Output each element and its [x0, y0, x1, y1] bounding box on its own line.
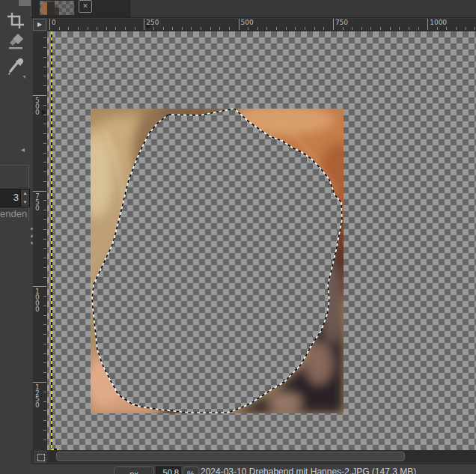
hruler-minor-tick [276, 27, 277, 31]
zoom-entry[interactable]: 50,8 [156, 467, 181, 474]
image-tab[interactable]: ✕ [31, 0, 130, 18]
hruler-minor-tick [97, 27, 97, 31]
layer-boundary-line [51, 31, 52, 450]
hruler-minor-tick [456, 27, 457, 31]
zoom-percent-button[interactable]: % [183, 467, 199, 474]
hruler-minor-tick [305, 27, 305, 31]
hruler-minor-tick [115, 27, 116, 31]
hruler-minor-tick [135, 27, 135, 31]
hruler-major-tick [49, 19, 50, 31]
tool-options-divider [0, 165, 29, 165]
hruler-minor-tick [88, 27, 88, 31]
hruler-minor-tick [106, 27, 107, 31]
panel-collapse-button[interactable]: ◂ [17, 144, 28, 155]
vruler-major-tick [33, 95, 47, 96]
hruler-minor-tick [314, 27, 315, 31]
vruler-label: 1250 [35, 384, 40, 408]
eraser-tool-button[interactable] [4, 31, 28, 54]
hruler-major-tick [427, 19, 428, 31]
spin-up-icon[interactable]: ▲ [21, 189, 29, 198]
thumbnail-blob [41, 2, 47, 14]
hruler-minor-tick [343, 27, 344, 31]
hruler-minor-tick [380, 27, 381, 31]
hruler-minor-tick [257, 27, 258, 31]
hruler-minor-tick [182, 27, 183, 31]
hruler-minor-tick [191, 27, 192, 31]
photo-layer [91, 109, 344, 413]
hruler-minor-tick [361, 27, 362, 31]
vruler-pointer-marker [42, 109, 46, 115]
hruler-label: 500 [241, 19, 254, 26]
spin-down-icon[interactable]: ▼ [21, 198, 29, 207]
image-canvas[interactable] [47, 31, 476, 450]
hruler-minor-tick [248, 27, 248, 31]
quick-mask-icon [37, 454, 45, 461]
hruler-minor-tick [172, 27, 173, 31]
hruler-minor-tick [446, 27, 447, 31]
vruler-label: 500 [35, 97, 40, 115]
eraser-icon [7, 34, 25, 52]
vruler-major-tick [33, 191, 47, 192]
hruler-minor-tick [78, 27, 79, 31]
hruler-minor-tick [210, 27, 211, 31]
hruler-minor-tick [323, 27, 324, 31]
gimp-window: ◂ 3 ▲ ▼ enden ✕ ▶ 02505 [0, 0, 476, 474]
unit-dropdown[interactable]: px [114, 467, 154, 474]
tab-close-button[interactable]: ✕ [79, 0, 92, 13]
quick-mask-toggle[interactable] [34, 451, 46, 463]
hruler-minor-tick [59, 27, 60, 31]
hruler-minor-tick [418, 27, 419, 31]
tabbar-bottom-edge [31, 17, 476, 18]
canvas-menu-button[interactable]: ▶ [33, 19, 46, 31]
tab-thumbnail [40, 1, 74, 15]
crop-tool-button[interactable] [4, 9, 28, 31]
horizontal-scrollbar-thumb[interactable] [56, 452, 405, 461]
spinbox-arrows: ▲ ▼ [20, 189, 29, 207]
hruler-minor-tick [286, 27, 287, 31]
spinbox-value[interactable]: 3 [0, 189, 20, 207]
vruler-label: 750 [35, 193, 40, 211]
hruler-minor-tick [475, 27, 475, 31]
hruler-minor-tick [229, 27, 230, 31]
vruler-label: 1000 [35, 288, 40, 312]
apply-button-fragment[interactable]: enden [0, 208, 28, 219]
hruler-minor-tick [409, 27, 409, 31]
hruler-minor-tick [399, 27, 400, 31]
hruler-minor-tick [266, 27, 267, 31]
hruler-minor-tick [153, 27, 154, 31]
hruler-label: 750 [335, 19, 348, 26]
horizontal-ruler[interactable]: 02505007501000 [47, 19, 476, 31]
hruler-minor-tick [390, 27, 391, 31]
statusbar-filename-text: 2024-03-10 Drehabend mit Hannes-2.JPG (1… [201, 467, 416, 474]
tool-option-spinbox[interactable]: 3 ▲ ▼ [0, 189, 30, 207]
hruler-label: 1000 [430, 19, 447, 26]
hruler-major-tick [333, 19, 334, 31]
toolbox-panel: ◂ 3 ▲ ▼ enden [0, 0, 31, 474]
image-tab-bar: ✕ [31, 0, 476, 18]
hruler-pointer-marker [145, 25, 151, 29]
crop-icon [7, 11, 25, 29]
hruler-minor-tick [352, 27, 353, 31]
hruler-minor-tick [68, 27, 69, 31]
hruler-minor-tick [466, 27, 466, 31]
horizontal-scrollbar[interactable] [49, 451, 476, 462]
hruler-minor-tick [295, 27, 296, 31]
hruler-major-tick [239, 19, 239, 31]
thumbnail-blob [55, 7, 59, 15]
vruler-major-tick [33, 286, 47, 287]
vruler-major-tick [33, 382, 47, 383]
status-bar: px 50,8 % 2024-03-10 Drehabend mit Hanne… [31, 464, 476, 474]
hruler-minor-tick [437, 27, 438, 31]
hruler-minor-tick [163, 27, 164, 31]
panel-scroll-fragment [19, 0, 31, 6]
hruler-minor-tick [219, 27, 220, 31]
hruler-label: 0 [52, 19, 56, 26]
color-picker-icon [6, 56, 25, 79]
vertical-ruler[interactable]: 50075010001250 [33, 31, 47, 450]
hruler-minor-tick [370, 27, 371, 31]
thumbnail-blob [47, 1, 55, 15]
hruler-minor-tick [201, 27, 201, 31]
hruler-minor-tick [125, 27, 126, 31]
color-picker-tool-button[interactable] [4, 54, 28, 81]
